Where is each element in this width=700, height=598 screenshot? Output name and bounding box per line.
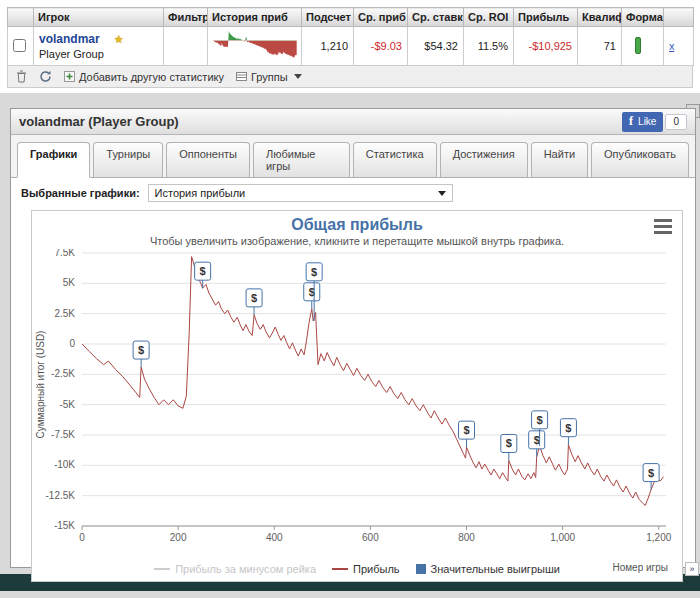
trash-icon — [16, 70, 27, 83]
graph-selector-label: Выбранные графики: — [21, 187, 140, 199]
profit-chart[interactable]: Общая прибыль Чтобы увеличить изображени… — [31, 210, 683, 582]
sparkline-cell — [208, 27, 302, 66]
col-header-qualified[interactable]: Квалиф — [578, 8, 622, 27]
tab-publish[interactable]: Опубликовать — [591, 142, 689, 177]
avg-roi-value: 11.5% — [464, 27, 514, 66]
row-checkbox[interactable] — [13, 39, 26, 52]
svg-text:$: $ — [463, 424, 469, 436]
facebook-like-widget: f Like 0 — [622, 112, 687, 132]
like-count: 0 — [665, 114, 687, 130]
header-checkbox-cell — [8, 8, 34, 27]
tab-favorite-games[interactable]: Любимые игры — [253, 142, 350, 177]
legend-item-profit-minus-rake[interactable]: Прибыль за минусом рейка — [154, 563, 316, 575]
panel-header: volandmar (Player Group) f Like 0 — [11, 109, 695, 135]
groups-button[interactable]: Группы — [236, 71, 302, 83]
chart-subtitle: Чтобы увеличить изображение, кликните и … — [32, 235, 682, 247]
col-header-avg-profit-label: Ср. приб — [358, 11, 406, 23]
legend-item-significant-wins[interactable]: Значительные выигрыши — [416, 563, 560, 575]
panel-title: volandmar (Player Group) — [19, 114, 179, 129]
facebook-icon: f — [629, 114, 633, 129]
badge-star-icon: ★ — [114, 33, 124, 45]
col-header-filter-label: Фильтр — [168, 11, 208, 23]
col-header-avg-roi[interactable]: Ср. ROI — [464, 8, 514, 27]
remove-link[interactable]: x — [669, 40, 675, 52]
tab-opponents[interactable]: Оппоненты — [166, 142, 250, 177]
col-header-avg-stake-label: Ср. ставк — [412, 11, 463, 23]
svg-text:-12.5K: -12.5K — [46, 490, 76, 501]
col-header-avg-stake[interactable]: Ср. ставк▼ — [408, 8, 464, 27]
svg-text:$: $ — [200, 265, 206, 277]
add-statistic-button[interactable]: Добавить другую статистику — [64, 71, 224, 83]
svg-text:$: $ — [311, 266, 317, 278]
col-header-qualified-label: Квалиф — [582, 11, 622, 23]
expand-button[interactable]: » — [685, 562, 699, 576]
svg-text:1,200: 1,200 — [646, 532, 671, 543]
svg-text:800: 800 — [458, 532, 475, 543]
col-header-avg-profit[interactable]: Ср. приб — [354, 8, 408, 27]
chart-plot-area[interactable]: 7.5K5K2.5K0-2.5K-5K-7.5K-10K-12.5K-15K02… — [34, 249, 680, 551]
tab-achievements[interactable]: Достижения — [440, 142, 528, 177]
svg-text:600: 600 — [362, 532, 379, 543]
col-header-player[interactable]: Игрок — [34, 8, 164, 27]
legend-label-profit: Прибыль — [353, 563, 400, 575]
col-header-actions — [664, 8, 694, 27]
svg-text:-10K: -10K — [54, 459, 75, 470]
tab-find[interactable]: Найти — [531, 142, 588, 177]
groups-label: Группы — [251, 71, 288, 83]
player-stats-table: Игрок Фильтр История приб Подсчет Ср. пр… — [7, 7, 694, 66]
svg-text:-2.5K: -2.5K — [51, 368, 75, 379]
col-header-history[interactable]: История приб — [208, 8, 302, 27]
player-link[interactable]: volandmar — [39, 32, 100, 46]
svg-text:5K: 5K — [63, 277, 76, 288]
svg-text:-5K: -5K — [59, 399, 75, 410]
profit-history-sparkline[interactable] — [213, 30, 297, 60]
tabs-bar: Графики Турниры Оппоненты Любимые игры С… — [11, 135, 695, 178]
legend-item-profit[interactable]: Прибыль — [332, 563, 400, 575]
svg-text:0: 0 — [79, 532, 85, 543]
svg-text:$: $ — [565, 422, 571, 434]
chart-legend: Прибыль за минусом рейка Прибыль Значите… — [32, 563, 682, 575]
refresh-icon — [39, 70, 52, 83]
svg-text:$: $ — [251, 292, 257, 304]
graph-selector-row: Выбранные графики: История прибыли — [11, 178, 695, 208]
add-statistic-label: Добавить другую статистику — [79, 71, 224, 83]
svg-text:$: $ — [138, 344, 144, 356]
x-axis-title: Номер игры — [612, 562, 668, 573]
svg-text:2.5K: 2.5K — [54, 308, 75, 319]
graph-type-selected-value: История прибыли — [155, 187, 246, 199]
svg-text:400: 400 — [266, 532, 283, 543]
col-header-form[interactable]: Форма — [622, 8, 664, 27]
select-chevron-down-icon — [438, 191, 446, 196]
graph-type-select[interactable]: История прибыли — [148, 184, 453, 202]
profit-value: -$10,925 — [514, 27, 578, 66]
chevron-down-icon — [294, 74, 302, 79]
stats-table-section: Игрок Фильтр История приб Подсчет Ср. пр… — [0, 0, 700, 93]
add-icon — [64, 71, 75, 82]
col-header-avg-roi-label: Ср. ROI — [468, 11, 508, 23]
legend-label-rake: Прибыль за минусом рейка — [175, 563, 316, 575]
col-header-profit[interactable]: Прибыль — [514, 8, 578, 27]
svg-text:7.5K: 7.5K — [54, 249, 75, 258]
refresh-button[interactable] — [39, 70, 52, 83]
chart-title: Общая прибыль — [32, 216, 682, 234]
tab-tournaments[interactable]: Турниры — [93, 142, 163, 177]
legend-square-blue-icon — [416, 564, 426, 574]
svg-text:-7.5K: -7.5K — [51, 429, 75, 440]
svg-text:$: $ — [506, 437, 512, 449]
col-header-filter[interactable]: Фильтр — [164, 8, 208, 27]
tab-graphs[interactable]: Графики — [17, 142, 90, 178]
tab-statistics[interactable]: Статистика — [353, 142, 437, 177]
table-row: volandmar★ Player Group 1,210 -$9.03 $54… — [8, 27, 694, 66]
avg-profit-value: -$9.03 — [354, 27, 408, 66]
delete-button[interactable] — [16, 70, 27, 83]
col-header-count[interactable]: Подсчет — [302, 8, 354, 27]
checkbox-cell — [8, 27, 34, 66]
qualified-value: 71 — [578, 27, 622, 66]
facebook-like-button[interactable]: f Like — [622, 112, 663, 132]
filter-cell — [164, 27, 208, 66]
table-toolbar: Добавить другую статистику Группы — [7, 66, 693, 88]
svg-text:200: 200 — [170, 532, 187, 543]
col-header-form-label: Форма — [626, 11, 663, 23]
form-indicator-bar — [635, 37, 641, 54]
chart-menu-button[interactable] — [654, 219, 672, 237]
